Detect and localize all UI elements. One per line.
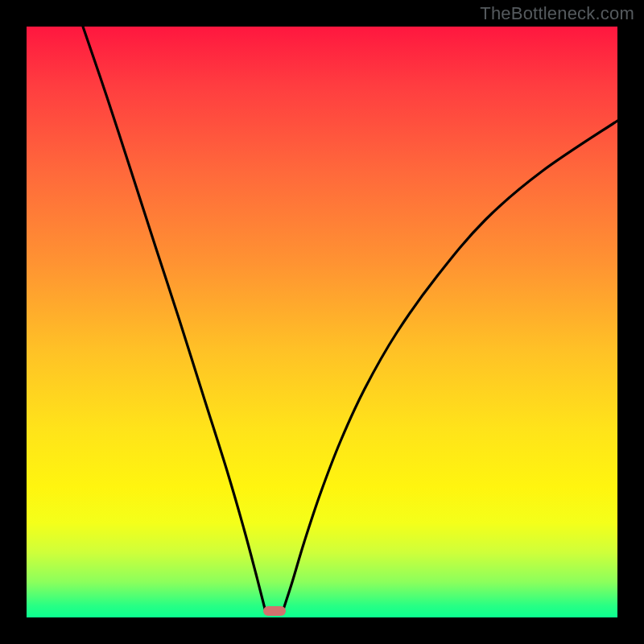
curve-right xyxy=(283,121,617,612)
plot-area xyxy=(27,27,617,617)
attribution-text: TheBottleneck.com xyxy=(480,3,634,24)
curve-svg xyxy=(27,27,617,617)
curve-left xyxy=(83,27,266,612)
chart-frame: TheBottleneck.com xyxy=(0,0,644,644)
trough-marker xyxy=(263,606,286,616)
